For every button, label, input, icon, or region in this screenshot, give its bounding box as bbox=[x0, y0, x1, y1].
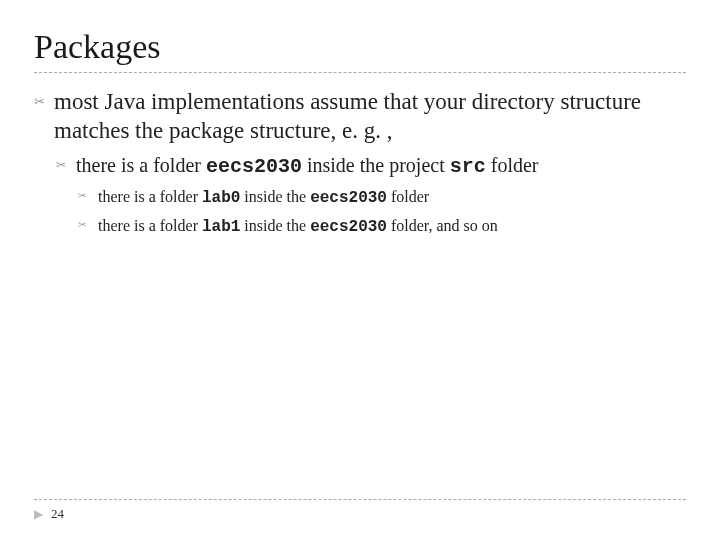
text-segment: there is a folder bbox=[98, 217, 202, 234]
bullet-level3: ✂ there is a folder lab0 inside the eecs… bbox=[78, 186, 686, 210]
code-text: src bbox=[450, 155, 486, 178]
bullet-icon: ✂ bbox=[34, 95, 48, 108]
code-text: eecs2030 bbox=[310, 189, 387, 207]
footer-row: ▶ 24 bbox=[34, 506, 686, 522]
text-segment: inside the project bbox=[302, 154, 450, 176]
nav-arrow-icon: ▶ bbox=[34, 507, 43, 522]
bullet-text: there is a folder lab0 inside the eecs20… bbox=[98, 186, 429, 210]
text-segment: folder bbox=[387, 188, 429, 205]
bullet-text: there is a folder lab1 inside the eecs20… bbox=[98, 215, 498, 239]
code-text: lab0 bbox=[202, 189, 240, 207]
code-text: eecs2030 bbox=[206, 155, 302, 178]
text-segment: folder bbox=[486, 154, 539, 176]
bullet-level3: ✂ there is a folder lab1 inside the eecs… bbox=[78, 215, 686, 239]
bullet-level2: ✂ there is a folder eecs2030 inside the … bbox=[56, 152, 686, 180]
bullet-text: there is a folder eecs2030 inside the pr… bbox=[76, 152, 538, 180]
text-segment: inside the bbox=[240, 217, 310, 234]
bullet-icon: ✂ bbox=[78, 191, 92, 201]
text-segment: there is a folder bbox=[76, 154, 206, 176]
bullet-icon: ✂ bbox=[78, 220, 92, 230]
title-divider bbox=[34, 72, 686, 73]
text-segment: folder, and so on bbox=[387, 217, 498, 234]
bullet-icon: ✂ bbox=[56, 159, 70, 171]
bullet-level1: ✂ most Java implementations assume that … bbox=[34, 87, 686, 146]
slide-title: Packages bbox=[34, 28, 686, 66]
slide-footer: ▶ 24 bbox=[34, 499, 686, 522]
footer-divider bbox=[34, 499, 686, 500]
bullet-text: most Java implementations assume that yo… bbox=[54, 87, 686, 146]
slide: Packages ✂ most Java implementations ass… bbox=[0, 0, 720, 540]
code-text: eecs2030 bbox=[310, 218, 387, 236]
text-segment: there is a folder bbox=[98, 188, 202, 205]
text-segment: inside the bbox=[240, 188, 310, 205]
page-number: 24 bbox=[51, 506, 64, 522]
code-text: lab1 bbox=[202, 218, 240, 236]
